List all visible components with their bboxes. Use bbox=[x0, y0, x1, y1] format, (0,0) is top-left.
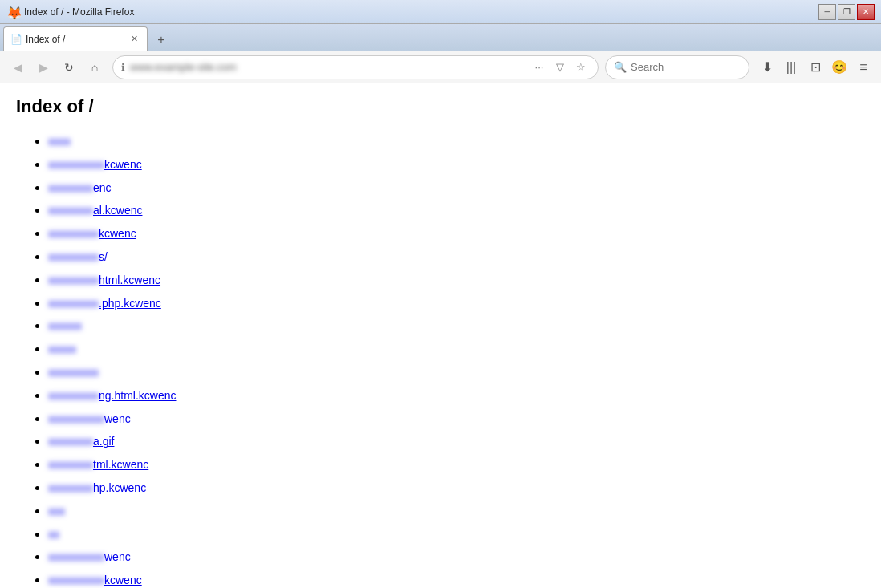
file-link[interactable]: xxxxxxxxxxwenc bbox=[48, 550, 131, 563]
back-button[interactable]: ◀ bbox=[6, 56, 29, 79]
list-item: xxxxxxxxxxwenc bbox=[48, 408, 865, 431]
list-item: xxxxxxxxxkcwenc bbox=[48, 222, 865, 245]
list-item: xxx bbox=[48, 500, 865, 523]
address-bar[interactable]: ℹ www.example-site.com ··· ▽ ☆ bbox=[112, 55, 599, 79]
list-item: xxxxxxxxhp.kcwenc bbox=[48, 476, 865, 500]
list-item: xxxxxxxxx bbox=[48, 361, 865, 384]
menu-button[interactable]: ≡ bbox=[852, 56, 875, 79]
tab-favicon: 📄 bbox=[10, 34, 22, 45]
file-link[interactable]: xxxxxxxxal.kcwenc bbox=[48, 204, 142, 217]
file-link[interactable]: xxxxxx bbox=[48, 319, 82, 332]
emoji-button[interactable]: 😊 bbox=[828, 56, 851, 79]
list-item: xxxxxxxxxs/ bbox=[48, 245, 865, 269]
file-link[interactable]: xxxxxxxxx.php.kcwenc bbox=[48, 297, 161, 310]
forward-button[interactable]: ▶ bbox=[32, 56, 55, 79]
library-button[interactable]: ||| bbox=[780, 56, 802, 79]
tab-close-button[interactable]: ✕ bbox=[128, 33, 140, 46]
tab-bar: 📄 Index of / ✕ + bbox=[0, 24, 881, 51]
title-bar: 🦊 Index of / - Mozilla Firefox ─ ❐ ✕ bbox=[0, 0, 881, 24]
info-icon: ℹ bbox=[121, 62, 125, 73]
content-wrapper: Index of / xxxxxxxxxxxxxxkcwencxxxxxxxxe… bbox=[0, 83, 881, 588]
title-bar-controls: ─ ❐ ✕ bbox=[818, 4, 875, 20]
file-link[interactable]: xxxxxxxxxhtml.kcwenc bbox=[48, 274, 160, 286]
list-item: xxxxxxxxenc bbox=[48, 176, 865, 200]
search-icon: 🔍 bbox=[614, 61, 627, 73]
list-item: xxxxxxxxxhtml.kcwenc bbox=[48, 269, 865, 292]
pocket-button[interactable]: ▽ bbox=[551, 59, 569, 76]
list-item: xxxxxxxxx.php.kcwenc bbox=[48, 292, 865, 315]
address-url: www.example-site.com bbox=[130, 61, 530, 73]
list-item: xxxxxx bbox=[48, 314, 865, 338]
reload-button[interactable]: ↻ bbox=[58, 56, 80, 79]
nav-right-actions: ⬇ ||| ⊡ 😊 ≡ bbox=[756, 56, 875, 79]
list-item: xxxxxxxxxxwenc bbox=[48, 545, 865, 569]
close-button[interactable]: ✕ bbox=[857, 4, 875, 20]
content-area[interactable]: Index of / xxxxxxxxxxxxxxkcwencxxxxxxxxe… bbox=[0, 83, 881, 588]
more-button[interactable]: ··· bbox=[530, 59, 548, 76]
file-link[interactable]: xxxxxxxxenc bbox=[48, 181, 112, 194]
search-input[interactable] bbox=[631, 61, 727, 73]
file-link[interactable]: xxxxxxxxxng.html.kcwenc bbox=[48, 389, 176, 402]
title-bar-favicon: 🦊 bbox=[6, 6, 19, 18]
file-link[interactable]: xxxxxxxxxs/ bbox=[48, 250, 108, 263]
active-tab[interactable]: 📄 Index of / ✕ bbox=[3, 26, 148, 51]
title-bar-title: Index of / - Mozilla Firefox bbox=[24, 6, 818, 18]
file-link[interactable]: xxxxxxxxxxwenc bbox=[48, 412, 131, 425]
bookmark-button[interactable]: ☆ bbox=[572, 59, 590, 76]
minimize-button[interactable]: ─ bbox=[818, 4, 836, 20]
file-link[interactable]: xxxx bbox=[48, 135, 71, 148]
list-item: xxxxxxxxxxkcwenc bbox=[48, 569, 865, 588]
file-link[interactable]: xxxxxxxxx bbox=[48, 366, 99, 379]
page-title: Index of / bbox=[16, 96, 865, 117]
file-link[interactable]: xxxxxxxxhp.kcwenc bbox=[48, 481, 146, 494]
list-item: xxxxxxxxa.gif bbox=[48, 430, 865, 453]
address-actions: ··· ▽ ☆ bbox=[530, 59, 590, 76]
list-item: xxxxxxxxtml.kcwenc bbox=[48, 453, 865, 476]
list-item: xxxxxxxxal.kcwenc bbox=[48, 199, 865, 222]
file-link[interactable]: xx bbox=[48, 528, 59, 541]
file-list: xxxxxxxxxxxxxxkcwencxxxxxxxxencxxxxxxxxa… bbox=[16, 130, 865, 588]
new-tab-button[interactable]: + bbox=[151, 30, 172, 51]
home-button[interactable]: ⌂ bbox=[83, 56, 106, 79]
restore-button[interactable]: ❐ bbox=[838, 4, 855, 20]
list-item: xx bbox=[48, 523, 865, 546]
sync-button[interactable]: ⊡ bbox=[804, 56, 826, 79]
file-link[interactable]: xxxxxxxxxxkcwenc bbox=[48, 574, 142, 586]
nav-bar: ◀ ▶ ↻ ⌂ ℹ www.example-site.com ··· ▽ ☆ 🔍… bbox=[0, 51, 881, 83]
file-link[interactable]: xxxxx bbox=[48, 343, 76, 355]
download-button[interactable]: ⬇ bbox=[756, 56, 778, 79]
file-link[interactable]: xxxxxxxxxxkcwenc bbox=[48, 158, 142, 171]
list-item: xxxxxxxxxng.html.kcwenc bbox=[48, 384, 865, 408]
file-link[interactable]: xxx bbox=[48, 505, 65, 517]
file-link[interactable]: xxxxxxxxa.gif bbox=[48, 435, 114, 448]
file-link[interactable]: xxxxxxxxtml.kcwenc bbox=[48, 458, 148, 471]
search-bar[interactable]: 🔍 bbox=[605, 55, 749, 79]
list-item: xxxxx bbox=[48, 338, 865, 361]
file-link[interactable]: xxxxxxxxxkcwenc bbox=[48, 227, 136, 240]
tab-label: Index of / bbox=[26, 34, 124, 45]
list-item: xxxx bbox=[48, 130, 865, 153]
list-item: xxxxxxxxxxkcwenc bbox=[48, 153, 865, 176]
